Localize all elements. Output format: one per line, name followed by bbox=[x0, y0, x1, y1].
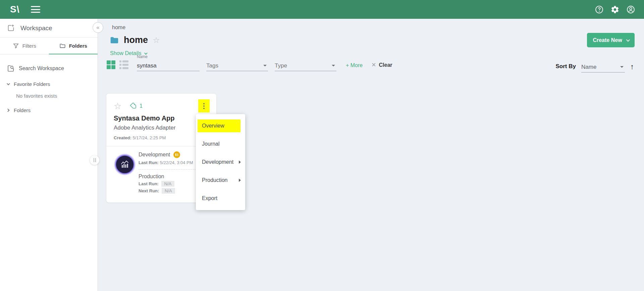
type-filter-placeholder: Type bbox=[275, 62, 287, 69]
name-filter-label: Name bbox=[137, 54, 148, 59]
favorite-folders-toggle[interactable]: Favorite Folders bbox=[7, 81, 98, 87]
syntasa-logo[interactable]: S\ bbox=[10, 4, 19, 15]
workspace-title: Workspace bbox=[20, 25, 52, 32]
search-workspace-icon bbox=[7, 64, 15, 72]
tag-count: 1 bbox=[140, 103, 143, 109]
clear-x-icon: ✕ bbox=[371, 61, 376, 68]
development-env-label: Development bbox=[139, 152, 170, 158]
menu-item-development[interactable]: Development bbox=[196, 153, 245, 171]
folders-toggle[interactable]: Folders bbox=[7, 107, 98, 113]
clear-filters-button[interactable]: ✕ Clear bbox=[371, 61, 392, 68]
card-favorite-star-icon[interactable]: ☆ bbox=[114, 101, 121, 111]
sidebar-collapse-button[interactable]: « bbox=[93, 22, 103, 33]
menu-item-journal[interactable]: Journal bbox=[196, 135, 245, 153]
card-subtitle: Adobe Analytics Adapter bbox=[114, 125, 175, 131]
card-overflow-menu-button[interactable] bbox=[198, 99, 210, 112]
favorite-folders-label: Favorite Folders bbox=[14, 81, 50, 87]
account-icon[interactable] bbox=[626, 5, 635, 14]
tag-icon bbox=[130, 102, 137, 109]
new-workspace-icon[interactable] bbox=[7, 24, 15, 32]
app-avatar bbox=[115, 155, 135, 174]
folders-label: Folders bbox=[14, 107, 31, 113]
search-workspace[interactable]: Search Workspace bbox=[7, 64, 98, 72]
workspace-header: Workspace bbox=[0, 19, 98, 38]
help-icon[interactable] bbox=[595, 5, 604, 14]
tab-folders-label: Folders bbox=[69, 43, 87, 49]
tags-filter-placeholder: Tags bbox=[206, 62, 218, 69]
filter-bar: Name Tags Type + More ✕ Clear bbox=[107, 60, 392, 71]
name-filter-field[interactable]: Name bbox=[137, 60, 200, 71]
next-run-value: N/A bbox=[162, 188, 175, 194]
sort-by-dropdown[interactable]: Name bbox=[581, 62, 625, 72]
chevron-down-icon bbox=[7, 82, 10, 85]
next-run-label: Next Run: bbox=[139, 188, 159, 193]
settings-gear-icon[interactable] bbox=[610, 5, 620, 14]
created-label: Created: bbox=[114, 135, 131, 140]
view-toggles bbox=[107, 60, 129, 69]
hamburger-menu-icon[interactable] bbox=[31, 6, 40, 13]
grid-view-icon[interactable] bbox=[107, 60, 115, 69]
sidebar-tabs: Filters Folders bbox=[0, 38, 98, 54]
dropdown-caret-icon bbox=[332, 65, 335, 66]
chevron-right-icon bbox=[6, 109, 10, 112]
tags-filter-dropdown[interactable]: Tags bbox=[206, 60, 268, 71]
paused-status-icon bbox=[173, 151, 180, 158]
search-workspace-label: Search Workspace bbox=[19, 65, 64, 71]
main-content: « home home ☆ Show Details Create New bbox=[98, 19, 644, 291]
app-root: S\ Work bbox=[0, 0, 644, 291]
folder-icon bbox=[59, 43, 66, 49]
menu-item-overview[interactable]: Overview bbox=[196, 117, 245, 135]
filter-funnel-icon bbox=[13, 43, 19, 49]
no-favorites-text: No favorites exists bbox=[16, 93, 98, 99]
last-run-value: 5/22/24, 3:04 PM bbox=[160, 160, 193, 165]
clear-filters-label: Clear bbox=[379, 62, 392, 68]
favorite-star-icon[interactable]: ☆ bbox=[153, 36, 160, 45]
dropdown-caret-icon bbox=[263, 65, 267, 66]
card-title[interactable]: Syntasa Demo App bbox=[114, 114, 175, 122]
last-run-label: Last Run: bbox=[139, 160, 159, 165]
more-filters-label: + More bbox=[346, 62, 363, 68]
tab-folders[interactable]: Folders bbox=[49, 38, 98, 54]
last-run-label: Last Run: bbox=[139, 181, 159, 186]
tab-filters-label: Filters bbox=[22, 43, 36, 49]
submenu-arrow-icon bbox=[239, 179, 241, 182]
dropdown-caret-icon bbox=[620, 66, 624, 68]
name-filter-input[interactable] bbox=[137, 62, 200, 69]
menu-item-production[interactable]: Production bbox=[196, 171, 245, 189]
last-run-value: N/A bbox=[161, 181, 175, 187]
chevron-down-icon bbox=[626, 38, 630, 41]
tab-filters[interactable]: Filters bbox=[0, 38, 49, 54]
card-tags[interactable]: 1 bbox=[130, 102, 143, 109]
top-bar: S\ bbox=[0, 0, 644, 19]
sidebar-content: Search Workspace Favorite Folders No fav… bbox=[0, 54, 98, 113]
page-title-row: home ☆ bbox=[110, 35, 160, 45]
topbar-actions bbox=[595, 0, 635, 19]
list-view-icon[interactable] bbox=[119, 60, 129, 69]
production-env-label: Production bbox=[139, 174, 164, 180]
sort-by-value: Name bbox=[581, 64, 596, 70]
create-new-label: Create New bbox=[593, 37, 622, 43]
page-title: home bbox=[124, 35, 148, 45]
create-new-button[interactable]: Create New bbox=[587, 33, 635, 47]
type-filter-dropdown[interactable]: Type bbox=[275, 60, 336, 71]
breadcrumb[interactable]: home bbox=[112, 25, 125, 31]
menu-item-export[interactable]: Export bbox=[196, 189, 245, 207]
sort-controls: Sort By Name ↑ bbox=[556, 62, 634, 72]
created-value: 5/17/24, 2:25 PM bbox=[132, 135, 166, 140]
submenu-arrow-icon bbox=[239, 160, 241, 164]
card-created: Created: 5/17/24, 2:25 PM bbox=[114, 135, 166, 140]
folder-teal-icon bbox=[110, 36, 119, 44]
workspace-sidebar: Workspace Filters Folders bbox=[0, 19, 98, 291]
more-filters-button[interactable]: + More bbox=[346, 62, 363, 68]
sidebar-resize-handle[interactable] bbox=[90, 155, 99, 165]
sort-by-label: Sort By bbox=[556, 63, 576, 70]
card-context-menu: Overview Journal Development Production … bbox=[196, 114, 245, 210]
sort-direction-button[interactable]: ↑ bbox=[630, 62, 634, 71]
analytics-chart-icon bbox=[119, 158, 131, 171]
